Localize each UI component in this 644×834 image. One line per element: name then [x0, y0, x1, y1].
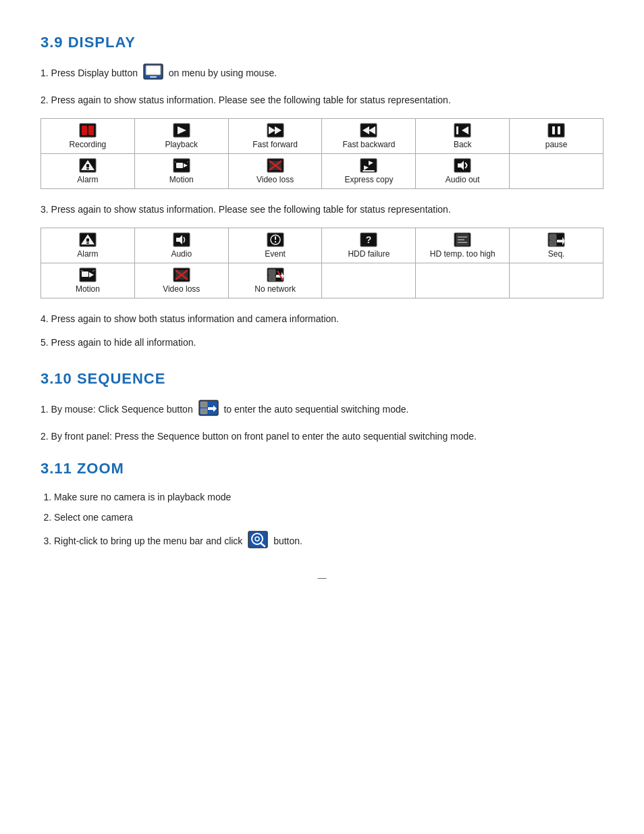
- label-hdtemp: HD temp. too high: [421, 249, 504, 259]
- svg-rect-71: [269, 276, 275, 281]
- display-title: 3.9 DISPLAY: [41, 34, 603, 51]
- label-event: Event: [234, 249, 317, 259]
- svg-rect-22: [86, 164, 89, 167]
- display-step2: 2. Press again to show status informatio…: [41, 93, 603, 107]
- svg-rect-75: [200, 402, 207, 407]
- zoom-title: 3.11 ZOOM: [41, 460, 603, 477]
- zoom-step-3: Right-click to bring up the menu bar and…: [54, 531, 603, 552]
- label-alarm2: Alarm: [47, 249, 129, 259]
- icon-videoloss: Video loss: [228, 154, 322, 189]
- svg-rect-16: [456, 126, 458, 134]
- label-fb: Fast backward: [327, 140, 410, 149]
- zoom-section: 3.11 ZOOM Make sure no camera is in play…: [41, 460, 603, 552]
- svg-rect-36: [363, 170, 375, 172]
- label-express: Express copy: [327, 175, 410, 184]
- svg-rect-58: [549, 240, 556, 246]
- icon-recording: Recording: [41, 119, 135, 154]
- icon-videoloss2: Video loss: [134, 263, 228, 298]
- icon-motion2: Motion: [41, 263, 135, 298]
- label-nonet: No network: [234, 284, 317, 294]
- display-step3: 3. Press again to show status informatio…: [41, 203, 603, 217]
- status-table-2: Alarm Audio: [41, 228, 603, 298]
- display-button-icon: [143, 63, 163, 84]
- svg-rect-25: [176, 163, 183, 168]
- sequence-section: 3.10 SEQUENCE 1. By mouse: Click Sequenc…: [41, 370, 603, 444]
- icon-alarm: Alarm: [41, 154, 135, 189]
- svg-rect-61: [82, 271, 88, 277]
- label-pause: pause: [515, 140, 597, 149]
- label-audio2: Audio: [140, 249, 223, 259]
- svg-point-48: [274, 241, 275, 242]
- svg-rect-17: [548, 124, 564, 137]
- svg-rect-76: [200, 409, 207, 414]
- svg-rect-1: [146, 66, 161, 75]
- svg-rect-18: [552, 126, 555, 134]
- icon-hdtemp: HD temp. too high: [416, 228, 510, 263]
- label-videoloss2: Video loss: [140, 284, 223, 294]
- label-back: Back: [421, 140, 504, 149]
- icon-audio2: Audio: [134, 228, 228, 263]
- svg-rect-2: [150, 76, 157, 78]
- label-audioout: Audio out: [421, 175, 504, 184]
- icon-playback: Playback: [134, 119, 228, 154]
- icon-express: Express copy: [322, 154, 416, 189]
- sequence-step1: 1. By mouse: Click Sequence button to en…: [41, 400, 603, 420]
- label-seq: Seq.: [515, 249, 597, 259]
- label-alarm: Alarm: [47, 175, 129, 184]
- zoom-step-1: Make sure no camera is in playback mode: [54, 490, 603, 504]
- zoom-button-icon: [248, 531, 268, 552]
- label-playback: Playback: [140, 140, 223, 149]
- label-ff: Fast forward: [234, 140, 317, 149]
- empty-cell-4: [510, 263, 603, 298]
- svg-rect-19: [558, 126, 560, 134]
- icon-ff: Fast forward: [228, 119, 322, 154]
- display-step1: 1. Press Display button on menu by using…: [41, 63, 603, 84]
- icon-seq: Seq.: [510, 228, 603, 263]
- icon-hdd: ? HDD failure: [322, 228, 416, 263]
- svg-rect-41: [86, 238, 89, 242]
- svg-rect-23: [86, 168, 89, 170]
- sequence-step2: 2. By front panel: Press the Sequence bu…: [41, 429, 603, 444]
- icon-alarm2: Alarm: [41, 228, 135, 263]
- display-step4: 4. Press again to show both status infor…: [41, 312, 603, 326]
- icon-nonet: No network: [228, 263, 322, 298]
- label-hdd: HDD failure: [327, 249, 410, 259]
- svg-rect-70: [269, 269, 275, 275]
- icon-motion: Motion: [134, 154, 228, 189]
- label-motion2: Motion: [47, 284, 129, 294]
- icon-pause: pause: [510, 119, 603, 154]
- label-recording: Recording: [47, 140, 129, 149]
- empty-cell-3: [416, 263, 510, 298]
- svg-rect-57: [549, 234, 556, 240]
- empty-cell-2: [322, 263, 416, 298]
- page-number: —: [41, 573, 603, 583]
- display-section: 3.9 DISPLAY 1. Press Display button on m…: [41, 34, 603, 350]
- icon-audioout: Audio out: [416, 154, 510, 189]
- label-videoloss: Video loss: [234, 175, 317, 184]
- svg-text:?: ?: [366, 234, 372, 245]
- zoom-steps-list: Make sure no camera is in playback mode …: [41, 490, 603, 552]
- sequence-title: 3.10 SEQUENCE: [41, 370, 603, 388]
- icon-fb: Fast backward: [322, 119, 416, 154]
- empty-cell-1: [510, 154, 603, 189]
- seq-button-icon: [198, 400, 219, 420]
- status-table-1: Recording Playback Fast forward: [41, 118, 603, 189]
- icon-event: Event: [228, 228, 322, 263]
- svg-rect-5: [88, 126, 94, 135]
- zoom-step-2: Select one camera: [54, 510, 603, 525]
- display-step5: 5. Press again to hide all information.: [41, 336, 603, 350]
- label-motion: Motion: [140, 175, 223, 184]
- svg-rect-42: [86, 242, 89, 244]
- icon-back: Back: [416, 119, 510, 154]
- svg-rect-4: [82, 126, 87, 135]
